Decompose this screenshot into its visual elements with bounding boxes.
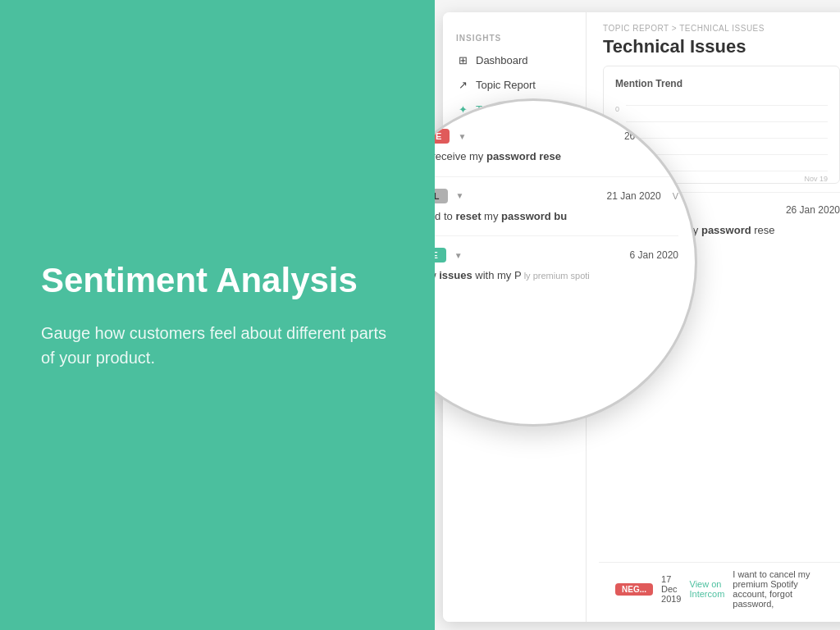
- chart-date-label: Nov 19: [804, 175, 828, 183]
- bottom-text: I want to cancel my premium Spotify acco…: [733, 569, 824, 609]
- bottom-mention-row: NEG... 17 Dec 2019 View on Intercom I wa…: [599, 562, 840, 615]
- circle-text-2: Had a few issues with my P ly premium sp…: [435, 267, 678, 284]
- sidebar-item-dashboard-label: Dashboard: [476, 54, 528, 66]
- mention-extra-label-1: V: [673, 191, 678, 201]
- circle-mention-2: POSITIVE ▼ 6 Jan 2020 Had a few issues w…: [435, 236, 678, 308]
- circle-dropdown-1[interactable]: ▼: [456, 191, 464, 200]
- circle-date-1: 21 Jan 2020: [607, 190, 661, 202]
- circle-text-0: I can not receive my password rese: [435, 148, 678, 165]
- circle-text-1: I have tried to reset my password bu: [435, 208, 678, 225]
- bottom-badge: NEG...: [615, 583, 653, 596]
- page-title: Technical Issues: [587, 36, 840, 66]
- circle-badge-positive: POSITIVE: [435, 248, 446, 262]
- topic-report-icon: ↗: [456, 78, 469, 91]
- circle-mention-header-2: POSITIVE ▼ 6 Jan 2020: [435, 248, 678, 262]
- sidebar-item-topic-report[interactable]: ↗ Topic Report: [443, 72, 586, 97]
- main-heading: Sentiment Analysis: [41, 260, 394, 301]
- y-label-0: 0: [615, 106, 619, 113]
- circle-date-2: 6 Jan 2020: [630, 249, 678, 261]
- circle-mention-1: NEUTRAL ▼ 21 Jan 2020 V I have tried to …: [435, 177, 678, 237]
- circle-dropdown-0[interactable]: ▼: [458, 132, 466, 141]
- bottom-date: 17 Dec 2019: [661, 574, 681, 604]
- view-on-intercom-link[interactable]: View on Intercom: [690, 579, 725, 599]
- circle-badge-negative: NEGATIVE: [435, 129, 450, 144]
- dashboard-icon: ⊞: [456, 53, 469, 66]
- circle-badge-neutral: NEUTRAL: [435, 189, 448, 203]
- breadcrumb: TOPIC REPORT > TECHNICAL ISSUES: [587, 12, 840, 36]
- main-description: Gauge how customers feel about different…: [41, 321, 394, 370]
- mention-date-0: 26 Jan 2020: [786, 204, 840, 216]
- circle-mention-header-1: NEUTRAL ▼ 21 Jan 2020 V: [435, 189, 678, 203]
- mention-trend-title: Mention Trend: [615, 78, 828, 89]
- sidebar-item-dashboard[interactable]: ⊞ Dashboard: [443, 48, 586, 72]
- circle-dropdown-2[interactable]: ▼: [454, 251, 463, 260]
- right-panel: INSIGHTS ⊞ Dashboard ↗ Topic Report ✦ To…: [435, 0, 840, 630]
- left-panel: Sentiment Analysis Gauge how customers f…: [0, 0, 435, 630]
- circle-text-2b: rvice: [435, 285, 678, 297]
- insights-section-label: INSIGHTS: [443, 25, 586, 48]
- sidebar-item-topic-report-label: Topic Report: [476, 79, 536, 91]
